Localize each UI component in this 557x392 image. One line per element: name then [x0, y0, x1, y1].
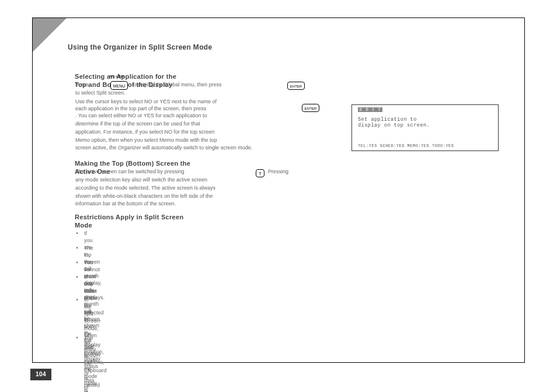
- lcd-status-hl: E D I T: [358, 107, 382, 112]
- section1-text-line6: determine if the top of the screen can b…: [75, 120, 361, 127]
- section1-text-line4: each application in the top part of the …: [75, 105, 326, 112]
- bullet-dot-icon: •: [75, 259, 79, 266]
- section1-text-line1a: Press to display the Global menu, then p…: [132, 81, 395, 88]
- s2-l1-suffix: . Pressing: [265, 168, 288, 175]
- page-number-badge: 104: [30, 369, 51, 380]
- section1-heading-line1: Selecting an Application for the: [75, 73, 176, 80]
- section1-text-line5: . You can select either NO or YES for ea…: [75, 112, 361, 119]
- lcd-options: TEL:YES SCHED:YES MEMO:YES TODO:YES: [358, 144, 492, 148]
- page-frame: Using the Organizer in Split Screen Mode…: [32, 18, 525, 363]
- bullet-dot-icon: •: [75, 334, 79, 341]
- section1-text-line9: screen active, the Organizer will automa…: [75, 144, 361, 151]
- enter-key-icon-2: ENTER: [302, 104, 319, 112]
- lcd-status: E D I T: [358, 107, 382, 112]
- lcd-screenshot: E D I T Set application to display on to…: [351, 104, 499, 151]
- section1-text-line7: application. For instance, if you select…: [75, 128, 361, 135]
- lcd-body-l1: Set application to: [358, 117, 492, 123]
- section3-heading-line1: Restrictions Apply in Split Screen: [75, 214, 183, 220]
- bullet-dot-icon: •: [75, 230, 79, 237]
- menu-key-icon: MENU: [110, 81, 128, 90]
- page-corner-decor: [33, 18, 67, 52]
- bullet-dot-icon: •: [75, 274, 79, 281]
- section2-text-line4: shown with white-on-black characters on …: [75, 192, 361, 200]
- main-heading: Using the Organizer in Split Screen Mode: [68, 43, 212, 51]
- enter-key-icon: ENTER: [287, 82, 305, 90]
- text-9b: screen mode.: [221, 145, 253, 150]
- lcd-body-l2: display on top screen.: [358, 123, 492, 128]
- pc-link-label: PC-LINK: [110, 75, 124, 78]
- section3-heading-line2: Mode: [75, 222, 92, 229]
- section2-text-line3: according to the mode selected. The acti…: [75, 184, 361, 191]
- section2-heading-line1: Making the Top (Bottom) Screen the: [75, 160, 190, 167]
- text-9a: screen active, the Organizer will automa…: [75, 145, 219, 150]
- section2-text-line5: information bar at the bottom of the scr…: [75, 200, 361, 207]
- text-press: Press: [75, 81, 89, 88]
- section1-text-line8: Memo option, then when you select Memo m…: [75, 136, 361, 144]
- bullet-dot-icon: •: [75, 296, 79, 303]
- section2-text-line2: any mode selection key also will switch …: [75, 176, 361, 183]
- s2-l1-prefix: The active screen can be switched by pre…: [75, 168, 184, 175]
- section1-text-line2: to select Split screen.: [75, 89, 356, 96]
- bullet-dot-icon: •: [75, 244, 79, 251]
- text-mid: to display the Global menu, then press: [132, 82, 222, 88]
- lcd-body: Set application to display on top screen…: [358, 117, 492, 128]
